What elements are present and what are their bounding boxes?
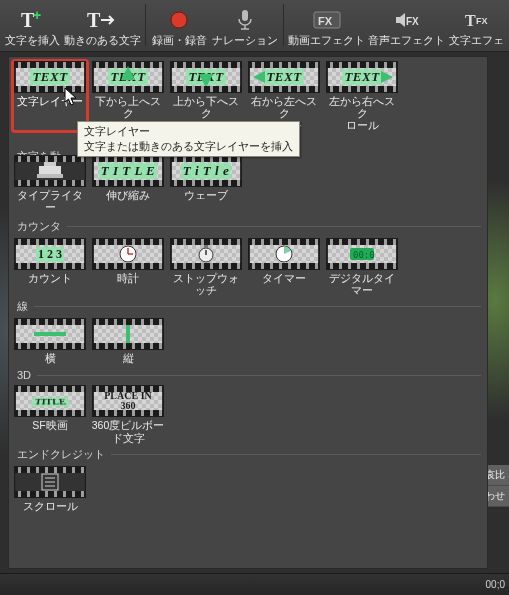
animated-text-label: 動きのある文字 bbox=[64, 34, 141, 48]
effect-caption: 時計 bbox=[117, 272, 139, 286]
audio-fx-icon: FX bbox=[393, 6, 421, 34]
status-text: 00;0 bbox=[486, 579, 505, 590]
toolbar-separator bbox=[283, 4, 284, 46]
record-label: 録画・録音 bbox=[152, 34, 207, 48]
section-3d-label: 3D bbox=[17, 369, 31, 381]
text-anim-row: タイプライターT I T L E伸び縮みT i T l eウェーブ bbox=[9, 151, 487, 213]
svg-rect-5 bbox=[242, 10, 248, 21]
tooltip-body: 文字または動きのある文字レイヤーを挿入 bbox=[84, 139, 293, 154]
effect-caption: 下から上へスク bbox=[91, 95, 165, 119]
section-line-label: 線 bbox=[17, 299, 28, 314]
effect-item[interactable]: PLACE IN360360度ビルボー ド文字 bbox=[91, 385, 165, 443]
svg-text:FX: FX bbox=[476, 16, 488, 26]
section-3d: 3D bbox=[9, 366, 487, 381]
svg-text:+: + bbox=[33, 8, 41, 23]
counter-row: 1 2 3カウント時計ストップウォッチタイマー00:00デジタルタイマー bbox=[9, 234, 487, 296]
effect-caption: SF映画 bbox=[32, 419, 67, 443]
video-fx-icon: FX bbox=[313, 6, 341, 34]
video-fx-button[interactable]: FX 動画エフェクト bbox=[287, 4, 367, 49]
effect-caption: カウント bbox=[28, 272, 72, 286]
effect-item[interactable]: TITLESF映画 bbox=[13, 385, 87, 443]
audio-fx-label: 音声エフェクト bbox=[368, 34, 445, 48]
text-motion-icon: T bbox=[87, 6, 117, 34]
text-plus-icon: T+ bbox=[19, 6, 45, 34]
svg-rect-18 bbox=[204, 245, 208, 248]
effect-item[interactable]: 縦 bbox=[91, 318, 165, 366]
svg-text:T: T bbox=[87, 9, 101, 31]
insert-text-label: 文字を挿入 bbox=[5, 34, 60, 48]
microphone-icon bbox=[235, 6, 255, 34]
insert-text-button[interactable]: T+ 文字を挿入 bbox=[2, 4, 62, 49]
effect-caption: 上から下へスク bbox=[169, 95, 243, 119]
svg-text:00:00: 00:00 bbox=[353, 250, 375, 260]
video-fx-label: 動画エフェクト bbox=[288, 34, 365, 48]
text-effects-panel: TEXT文字レイヤーTEXT下から上へスクTEXT上から下へスクTEXT右から左… bbox=[8, 56, 488, 569]
svg-text:FX: FX bbox=[406, 16, 419, 27]
record-icon bbox=[168, 6, 190, 34]
svg-rect-13 bbox=[44, 162, 56, 166]
effect-item[interactable]: TEXT左から右へスク ロール bbox=[325, 61, 399, 131]
svg-text:FX: FX bbox=[318, 15, 333, 27]
effect-item[interactable]: タイマー bbox=[247, 238, 321, 296]
audio-fx-button[interactable]: FX 音声エフェクト bbox=[367, 4, 447, 49]
effect-item[interactable]: ストップウォッチ bbox=[169, 238, 243, 296]
text-fx-button[interactable]: TFX 文字エフェ bbox=[447, 4, 507, 49]
section-line: 線 bbox=[9, 296, 487, 314]
effect-item[interactable]: タイプライター bbox=[13, 155, 87, 213]
effect-item[interactable]: T i T l eウェーブ bbox=[169, 155, 243, 213]
section-counter-label: カウンタ bbox=[17, 219, 61, 234]
status-bar: 00;0 bbox=[0, 573, 509, 595]
effect-caption: タイマー bbox=[262, 272, 306, 286]
effect-caption: 360度ビルボー ド文字 bbox=[92, 419, 165, 443]
svg-rect-11 bbox=[39, 166, 61, 174]
effect-caption: 縦 bbox=[123, 352, 134, 366]
effect-caption: ストップウォッチ bbox=[169, 272, 243, 296]
section-counter: カウンタ bbox=[9, 213, 487, 234]
section-end-credit: エンドクレジット bbox=[9, 444, 487, 462]
effect-caption: 伸び縮み bbox=[106, 189, 150, 203]
effect-caption: デジタルタイマー bbox=[325, 272, 399, 296]
effect-caption: ウェーブ bbox=[184, 189, 228, 203]
narration-button[interactable]: ナレーション bbox=[210, 4, 280, 49]
svg-text:T: T bbox=[465, 12, 476, 29]
narration-label: ナレーション bbox=[212, 34, 278, 48]
effect-item[interactable]: T I T L E伸び縮み bbox=[91, 155, 165, 213]
effect-caption: スクロール bbox=[23, 500, 78, 514]
effect-caption: 文字レイヤー bbox=[17, 95, 83, 119]
line-row: 横縦 bbox=[9, 314, 487, 366]
effect-caption: タイプライター bbox=[13, 189, 87, 213]
effect-item[interactable]: 00:00デジタルタイマー bbox=[325, 238, 399, 296]
record-button[interactable]: 録画・録音 bbox=[149, 4, 209, 49]
svg-rect-12 bbox=[37, 174, 63, 178]
tooltip: 文字レイヤー 文字または動きのある文字レイヤーを挿入 bbox=[77, 121, 300, 157]
toolbar-separator bbox=[145, 4, 146, 46]
end-credit-row: スクロール bbox=[9, 462, 487, 514]
effect-item[interactable]: TEXT文字レイヤー bbox=[13, 61, 87, 131]
effect-item[interactable]: スクロール bbox=[13, 466, 87, 514]
effect-item[interactable]: 時計 bbox=[91, 238, 165, 296]
effect-caption: 横 bbox=[45, 352, 56, 366]
main-toolbar: T+ 文字を挿入 T 動きのある文字 録画・録音 ナレーション FX 動画エフェ… bbox=[0, 0, 509, 52]
text-fx-icon: TFX bbox=[464, 6, 490, 34]
animated-text-button[interactable]: T 動きのある文字 bbox=[62, 4, 142, 49]
section-end-credit-label: エンドクレジット bbox=[17, 447, 105, 462]
tooltip-title: 文字レイヤー bbox=[84, 124, 293, 139]
three-d-row: TITLESF映画PLACE IN360360度ビルボー ド文字 bbox=[9, 381, 487, 443]
text-fx-label: 文字エフェ bbox=[449, 34, 504, 48]
effect-caption: 左から右へスク ロール bbox=[325, 95, 399, 131]
effect-item[interactable]: 横 bbox=[13, 318, 87, 366]
effect-item[interactable]: 1 2 3カウント bbox=[13, 238, 87, 296]
